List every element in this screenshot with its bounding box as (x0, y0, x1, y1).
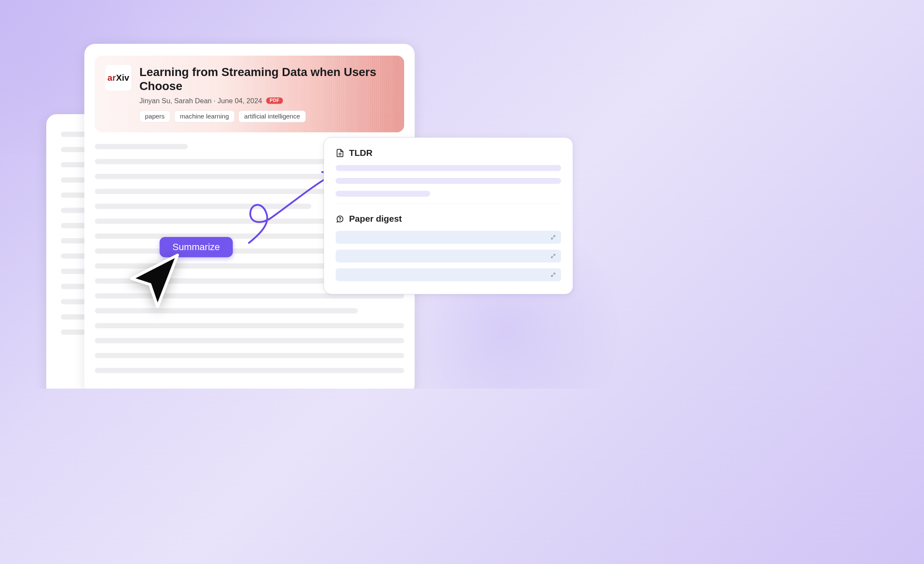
summarize-button[interactable]: Summarize (160, 237, 233, 257)
tag-chip[interactable]: machine learning (174, 110, 235, 122)
svg-point-2 (340, 220, 340, 220)
skeleton-line (95, 338, 404, 343)
tldr-section-head: TLDR (336, 148, 561, 158)
divider (336, 204, 561, 204)
skeleton-line (336, 165, 561, 171)
digest-list (336, 231, 561, 282)
skeleton-line (336, 178, 561, 184)
skeleton-line (336, 191, 431, 197)
paper-header: arXiv Learning from Streaming Data when … (95, 56, 404, 133)
arxiv-logo: arXiv (105, 65, 131, 91)
tldr-heading: TLDR (349, 148, 372, 158)
digest-item[interactable] (336, 268, 561, 281)
expand-icon (550, 254, 556, 259)
skeleton-line (95, 323, 404, 328)
skeleton-line (95, 144, 187, 149)
digest-item[interactable] (336, 231, 561, 244)
expand-icon (550, 272, 556, 277)
digest-item[interactable] (336, 250, 561, 262)
digest-section-head: Paper digest (336, 214, 561, 224)
format-badge: PDF (266, 97, 283, 104)
tag-list: papers machine learning artificial intel… (139, 110, 394, 122)
paper-authors-date: Jinyan Su, Sarah Dean · June 04, 2024 (139, 96, 262, 104)
paper-title: Learning from Streaming Data when Users … (139, 65, 394, 93)
paper-subline: Jinyan Su, Sarah Dean · June 04, 2024 PD… (139, 96, 394, 104)
tldr-placeholder (336, 165, 561, 197)
summary-panel: TLDR Paper digest (323, 137, 573, 294)
skeleton-line (95, 308, 357, 313)
paper-meta: Learning from Streaming Data when Users … (139, 65, 394, 122)
digest-heading: Paper digest (349, 214, 402, 224)
tag-chip[interactable]: papers (139, 110, 170, 122)
arxiv-logo-prefix: ar (108, 73, 116, 83)
skeleton-line (95, 204, 311, 209)
skeleton-line (95, 353, 404, 358)
arxiv-logo-suffix: Xiv (116, 73, 129, 83)
head-question-icon (336, 214, 345, 223)
document-icon (336, 149, 345, 158)
stage: arXiv Learning from Streaming Data when … (0, 0, 637, 389)
expand-icon (550, 235, 556, 240)
skeleton-line (95, 368, 404, 373)
tag-chip[interactable]: artificial intelligence (238, 110, 306, 122)
